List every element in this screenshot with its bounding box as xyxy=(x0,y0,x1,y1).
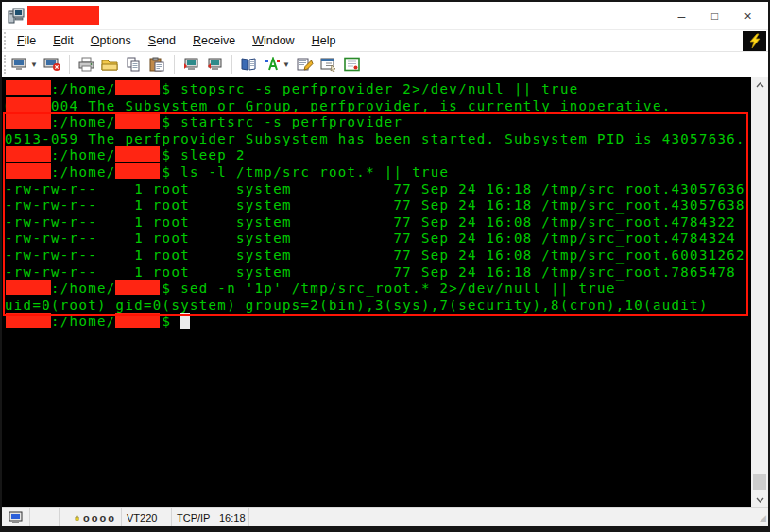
status-terminal-cell xyxy=(2,508,30,526)
disconnect-icon xyxy=(43,57,61,72)
terminal-line: -rw-rw-r-- 1 root system 77 Sep 24 16:08… xyxy=(5,231,736,248)
receive-file-icon xyxy=(206,57,224,72)
paste-button[interactable] xyxy=(145,53,169,76)
terminal-line: 0513-004 The Subsystem or Group, perfpro… xyxy=(5,98,672,115)
status-connection: TCP/IP xyxy=(172,508,214,526)
status-leds-cell: oooo xyxy=(60,508,122,526)
chevron-down-icon: ▼ xyxy=(30,60,38,69)
terminal-line: ( :/home/ $ ls -l /tmp/src_root.* || tru… xyxy=(5,164,449,181)
license-icon xyxy=(343,57,361,72)
menu-bar: File Edit Options Send Receive Window He… xyxy=(2,29,768,51)
paste-icon xyxy=(148,57,166,72)
toolbar: ▼ xyxy=(2,51,768,77)
terminal-line: -rw-rw-r-- 1 root system 77 Sep 24 16:18… xyxy=(5,265,736,282)
menu-file[interactable]: File xyxy=(9,32,44,49)
status-time: 16:18 xyxy=(214,508,249,526)
redaction-box xyxy=(6,97,51,112)
toolbar-separator xyxy=(69,55,70,74)
window-bottom-border xyxy=(2,526,768,530)
redaction-box xyxy=(6,280,51,295)
session-book-icon xyxy=(240,57,258,72)
redaction-box xyxy=(115,80,160,95)
terminal-line: ( :/home/ a$ stopsrc -s perfprovider 2>/… xyxy=(5,81,579,98)
copy-icon xyxy=(125,57,143,72)
terminal-line: -rw-rw-r-- 1 root system 77 Sep 24 16:18… xyxy=(5,197,745,215)
terminal-line: -rw-rw-r-- 1 root system 77 Sep 24 16:18… xyxy=(5,181,745,198)
toolbar-separator xyxy=(174,55,175,74)
fonts-colors-icon xyxy=(264,57,282,72)
resize-grip[interactable]: ◢ xyxy=(249,508,768,526)
print-button[interactable] xyxy=(75,53,98,76)
send-file-button[interactable] xyxy=(180,53,203,76)
menu-help[interactable]: Help xyxy=(303,32,345,49)
connect-icon xyxy=(11,57,29,72)
redaction-box xyxy=(115,163,160,179)
client-area: ( :/home/ a$ stopsrc -s perfprovider 2>/… xyxy=(2,77,768,507)
chevron-down-icon xyxy=(756,497,764,503)
lock-icon xyxy=(75,511,79,524)
disconnect-button[interactable] xyxy=(41,53,64,76)
minimize-button[interactable]: – xyxy=(665,2,698,29)
scrollbar-thumb[interactable] xyxy=(753,474,766,490)
menu-window[interactable]: Window xyxy=(244,32,302,49)
status-bar: oooo VT220 TCP/IP 16:18 ◢ xyxy=(2,507,768,526)
chevron-down-icon: ▼ xyxy=(282,60,290,69)
properties-icon xyxy=(319,57,337,72)
status-empty-cell xyxy=(30,508,60,526)
menu-send[interactable]: Send xyxy=(140,32,184,49)
redaction-box xyxy=(6,163,51,179)
redaction-box xyxy=(6,146,51,162)
connect-button[interactable]: ▼ xyxy=(9,53,41,76)
copy-button[interactable] xyxy=(122,53,145,76)
scroll-down-button[interactable] xyxy=(751,491,768,507)
caption-buttons: – □ × xyxy=(665,2,764,29)
title-bar: – □ × xyxy=(2,2,768,29)
menu-receive[interactable]: Receive xyxy=(184,32,244,49)
open-folder-icon xyxy=(101,57,119,72)
terminal-status-icon xyxy=(9,511,24,524)
terminal-screen[interactable]: ( :/home/ a$ stopsrc -s perfprovider 2>/… xyxy=(2,77,751,507)
menu-edit[interactable]: Edit xyxy=(44,32,82,49)
terminal-cursor xyxy=(180,313,190,329)
vertical-scrollbar[interactable] xyxy=(751,77,768,507)
communication-indicator-button[interactable] xyxy=(743,31,766,51)
print-icon xyxy=(77,57,95,72)
terminal-line: -rw-rw-r-- 1 root system 77 Sep 24 16:08… xyxy=(5,215,736,232)
redaction-box xyxy=(6,80,51,95)
scroll-up-button[interactable] xyxy=(751,77,768,93)
redaction-box xyxy=(115,113,160,129)
toolbar-separator xyxy=(231,55,232,74)
menu-options[interactable]: Options xyxy=(82,32,140,49)
maximize-button[interactable]: □ xyxy=(698,2,731,29)
redaction-box-title xyxy=(27,6,99,25)
terminal-line: -rw-rw-r-- 1 root system 77 Sep 24 16:08… xyxy=(5,248,745,265)
redaction-box xyxy=(115,146,160,162)
edit-button[interactable] xyxy=(293,53,317,76)
edit-icon xyxy=(296,57,314,72)
send-file-icon xyxy=(182,57,200,72)
terminal-line: ( :/home/ $ startsrc -s perfprovider xyxy=(5,114,402,131)
properties-button[interactable] xyxy=(317,53,340,76)
lightning-bolt-icon xyxy=(747,33,762,49)
license-button[interactable] xyxy=(340,53,364,76)
chevron-up-icon xyxy=(756,82,764,88)
open-session-button[interactable] xyxy=(98,53,122,76)
status-emulation: VT220 xyxy=(122,508,172,526)
fonts-colors-button[interactable]: ▼ xyxy=(261,53,293,76)
redaction-box xyxy=(6,313,51,328)
terminal-line: uid=0(root) gid=0(system) groups=2(bin),… xyxy=(5,298,709,315)
redaction-box xyxy=(6,113,51,129)
terminal-line: 0513-059 The perfprovider Subsystem has … xyxy=(5,131,745,148)
close-button[interactable]: × xyxy=(731,2,764,29)
redaction-box xyxy=(115,313,160,328)
session-log-button[interactable] xyxy=(237,53,261,76)
terminal-line: ( :/home/ $ sed -n '1p' /tmp/src_root.* … xyxy=(5,281,616,298)
redaction-box xyxy=(115,280,160,295)
led-indicators: oooo xyxy=(83,512,116,523)
app-icon xyxy=(8,8,25,25)
terminal-emulator-window: – □ × File Edit Options Send Receive Win… xyxy=(0,0,770,532)
receive-file-button[interactable] xyxy=(203,53,227,76)
